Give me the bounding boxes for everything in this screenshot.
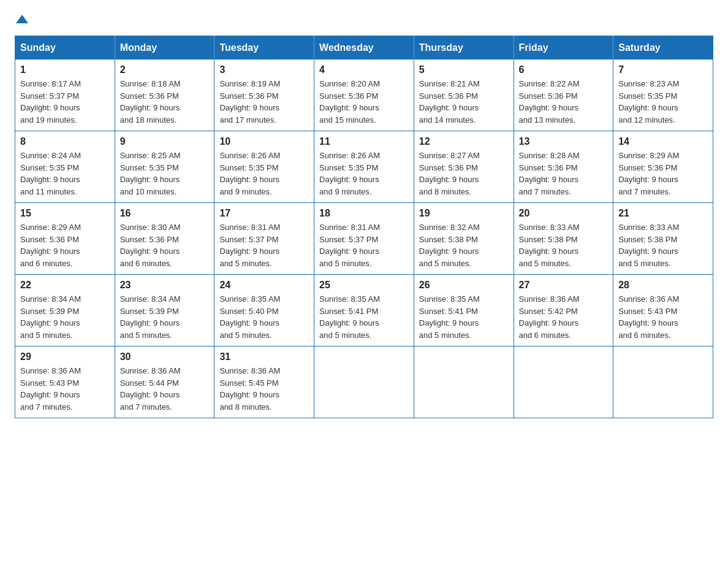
header-thursday: Thursday [414,36,514,60]
calendar-week-row: 22Sunrise: 8:34 AMSunset: 5:39 PMDayligh… [15,275,713,347]
day-number: 28 [618,280,708,291]
calendar-cell: 28Sunrise: 8:36 AMSunset: 5:43 PMDayligh… [613,275,713,347]
day-number: 5 [419,64,509,75]
day-info: Sunrise: 8:25 AMSunset: 5:35 PMDaylight:… [120,150,210,197]
calendar-cell: 11Sunrise: 8:26 AMSunset: 5:35 PMDayligh… [314,131,414,203]
calendar-cell [514,347,613,418]
calendar-cell: 13Sunrise: 8:28 AMSunset: 5:36 PMDayligh… [514,131,613,203]
day-number: 17 [219,208,309,219]
logo-triangle-icon [16,15,28,23]
day-info: Sunrise: 8:34 AMSunset: 5:39 PMDaylight:… [20,293,110,341]
day-info: Sunrise: 8:35 AMSunset: 5:41 PMDaylight:… [419,293,509,341]
day-number: 2 [120,64,210,75]
day-info: Sunrise: 8:26 AMSunset: 5:35 PMDaylight:… [319,150,409,197]
day-number: 25 [319,280,409,291]
calendar-header-row: SundayMondayTuesdayWednesdayThursdayFrid… [15,36,713,60]
calendar-cell: 7Sunrise: 8:23 AMSunset: 5:35 PMDaylight… [613,59,713,131]
calendar-cell: 12Sunrise: 8:27 AMSunset: 5:36 PMDayligh… [414,131,514,203]
day-number: 29 [20,351,110,362]
day-info: Sunrise: 8:29 AMSunset: 5:36 PMDaylight:… [618,150,708,197]
header-saturday: Saturday [613,36,713,60]
page-header [15,15,713,23]
day-info: Sunrise: 8:35 AMSunset: 5:41 PMDaylight:… [319,293,409,341]
day-info: Sunrise: 8:30 AMSunset: 5:36 PMDaylight:… [120,221,210,269]
day-number: 9 [120,136,210,147]
calendar-cell [314,347,414,418]
day-info: Sunrise: 8:28 AMSunset: 5:36 PMDaylight:… [519,150,609,197]
day-info: Sunrise: 8:27 AMSunset: 5:36 PMDaylight:… [419,150,509,197]
day-number: 23 [120,280,210,291]
day-number: 20 [519,208,609,219]
header-wednesday: Wednesday [314,36,414,60]
day-number: 15 [20,208,110,219]
day-number: 10 [219,136,309,147]
calendar-cell: 30Sunrise: 8:36 AMSunset: 5:44 PMDayligh… [115,347,214,418]
header-monday: Monday [115,36,214,60]
day-info: Sunrise: 8:24 AMSunset: 5:35 PMDaylight:… [20,150,110,197]
calendar-cell: 25Sunrise: 8:35 AMSunset: 5:41 PMDayligh… [314,275,414,347]
calendar-cell: 31Sunrise: 8:36 AMSunset: 5:45 PMDayligh… [214,347,314,418]
day-info: Sunrise: 8:21 AMSunset: 5:36 PMDaylight:… [419,78,509,126]
day-info: Sunrise: 8:36 AMSunset: 5:42 PMDaylight:… [519,293,609,341]
day-info: Sunrise: 8:18 AMSunset: 5:36 PMDaylight:… [120,78,210,126]
day-info: Sunrise: 8:23 AMSunset: 5:35 PMDaylight:… [618,78,708,126]
calendar-week-row: 15Sunrise: 8:29 AMSunset: 5:36 PMDayligh… [15,203,713,275]
day-info: Sunrise: 8:17 AMSunset: 5:37 PMDaylight:… [20,78,110,126]
day-info: Sunrise: 8:36 AMSunset: 5:44 PMDaylight:… [120,365,210,413]
calendar-cell: 22Sunrise: 8:34 AMSunset: 5:39 PMDayligh… [15,275,115,347]
day-number: 22 [20,280,110,291]
calendar-cell: 24Sunrise: 8:35 AMSunset: 5:40 PMDayligh… [214,275,314,347]
day-number: 24 [219,280,309,291]
calendar-cell [414,347,514,418]
day-number: 16 [120,208,210,219]
calendar-cell: 5Sunrise: 8:21 AMSunset: 5:36 PMDaylight… [414,59,514,131]
day-info: Sunrise: 8:20 AMSunset: 5:36 PMDaylight:… [319,78,409,126]
day-number: 27 [519,280,609,291]
calendar-cell: 20Sunrise: 8:33 AMSunset: 5:38 PMDayligh… [514,203,613,275]
calendar-cell: 26Sunrise: 8:35 AMSunset: 5:41 PMDayligh… [414,275,514,347]
day-number: 6 [519,64,609,75]
day-number: 13 [519,136,609,147]
calendar-cell: 18Sunrise: 8:31 AMSunset: 5:37 PMDayligh… [314,203,414,275]
day-info: Sunrise: 8:26 AMSunset: 5:35 PMDaylight:… [219,150,309,197]
calendar-cell: 3Sunrise: 8:19 AMSunset: 5:36 PMDaylight… [214,59,314,131]
day-info: Sunrise: 8:36 AMSunset: 5:43 PMDaylight:… [20,365,110,413]
calendar-cell: 6Sunrise: 8:22 AMSunset: 5:36 PMDaylight… [514,59,613,131]
day-number: 1 [20,64,110,75]
calendar-cell: 16Sunrise: 8:30 AMSunset: 5:36 PMDayligh… [115,203,214,275]
day-info: Sunrise: 8:33 AMSunset: 5:38 PMDaylight:… [618,221,708,269]
day-number: 8 [20,136,110,147]
day-info: Sunrise: 8:32 AMSunset: 5:38 PMDaylight:… [419,221,509,269]
calendar-cell: 17Sunrise: 8:31 AMSunset: 5:37 PMDayligh… [214,203,314,275]
day-info: Sunrise: 8:31 AMSunset: 5:37 PMDaylight:… [219,221,309,269]
day-number: 12 [419,136,509,147]
calendar-cell: 8Sunrise: 8:24 AMSunset: 5:35 PMDaylight… [15,131,115,203]
calendar-cell: 15Sunrise: 8:29 AMSunset: 5:36 PMDayligh… [15,203,115,275]
day-info: Sunrise: 8:19 AMSunset: 5:36 PMDaylight:… [219,78,309,126]
calendar-cell: 14Sunrise: 8:29 AMSunset: 5:36 PMDayligh… [613,131,713,203]
day-info: Sunrise: 8:22 AMSunset: 5:36 PMDaylight:… [519,78,609,126]
day-number: 4 [319,64,409,75]
day-number: 7 [618,64,708,75]
header-sunday: Sunday [15,36,115,60]
day-number: 19 [419,208,509,219]
day-number: 31 [219,351,309,362]
day-info: Sunrise: 8:36 AMSunset: 5:45 PMDaylight:… [219,365,309,413]
calendar-cell: 9Sunrise: 8:25 AMSunset: 5:35 PMDaylight… [115,131,214,203]
calendar-cell: 27Sunrise: 8:36 AMSunset: 5:42 PMDayligh… [514,275,613,347]
day-info: Sunrise: 8:33 AMSunset: 5:38 PMDaylight:… [519,221,609,269]
day-number: 30 [120,351,210,362]
calendar-cell: 19Sunrise: 8:32 AMSunset: 5:38 PMDayligh… [414,203,514,275]
calendar-table: SundayMondayTuesdayWednesdayThursdayFrid… [15,36,713,418]
day-number: 14 [618,136,708,147]
calendar-cell: 2Sunrise: 8:18 AMSunset: 5:36 PMDaylight… [115,59,214,131]
day-info: Sunrise: 8:29 AMSunset: 5:36 PMDaylight:… [20,221,110,269]
calendar-cell: 21Sunrise: 8:33 AMSunset: 5:38 PMDayligh… [613,203,713,275]
day-number: 21 [618,208,708,219]
day-number: 11 [319,136,409,147]
day-info: Sunrise: 8:36 AMSunset: 5:43 PMDaylight:… [618,293,708,341]
calendar-cell: 29Sunrise: 8:36 AMSunset: 5:43 PMDayligh… [15,347,115,418]
calendar-cell: 23Sunrise: 8:34 AMSunset: 5:39 PMDayligh… [115,275,214,347]
calendar-week-row: 1Sunrise: 8:17 AMSunset: 5:37 PMDaylight… [15,59,713,131]
day-number: 18 [319,208,409,219]
